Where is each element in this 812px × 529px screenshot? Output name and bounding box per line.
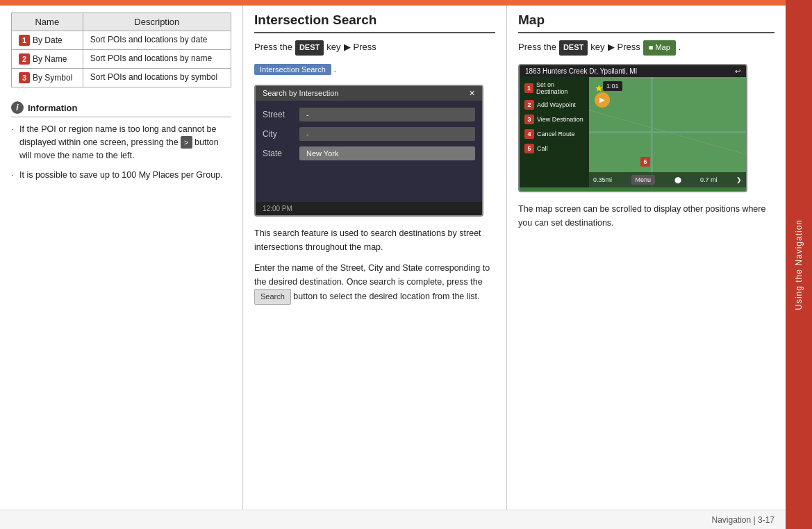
map-dist-text: 0.35mi bbox=[593, 176, 612, 183]
map-speed-icon: ⬤ bbox=[674, 176, 681, 183]
nav-title-bar: Search by Intersection ✕ bbox=[256, 86, 482, 101]
nav-content: Street - City - State New York bbox=[256, 101, 482, 202]
gt-button: > bbox=[181, 136, 192, 149]
map-title: Map bbox=[518, 12, 774, 33]
map-period: . bbox=[679, 40, 681, 55]
main-content: Name Description 1By Date Sort POIs and … bbox=[0, 6, 786, 510]
col-desc-header: Description bbox=[83, 13, 231, 31]
intersection-search-title: Intersection Search bbox=[254, 12, 495, 33]
map-dist-right: 0.7 mi bbox=[700, 176, 718, 183]
info-item-2: It is possible to save up to 100 My Plac… bbox=[11, 169, 231, 182]
map-menu-item-4: 4 Cancel Route bbox=[522, 128, 586, 140]
key-word: key bbox=[326, 40, 340, 55]
map-roads-svg bbox=[589, 77, 746, 187]
map-item-1-label: Set on Destination bbox=[536, 81, 584, 95]
map-bottom-controls: 0.35mi Menu ⬤ 0.7 mi ❯ bbox=[589, 172, 746, 187]
map-item-4-label: Cancel Route bbox=[537, 131, 575, 137]
map-num-5: 5 bbox=[524, 144, 534, 153]
map-menu-panel: 1 Set on Destination 2 Add Waypoint 3 Vi… bbox=[520, 77, 589, 187]
map-arrow-symbol: ▶ bbox=[608, 40, 615, 55]
press-text-2: Press bbox=[354, 40, 376, 55]
map-num-1: 1 bbox=[524, 83, 533, 93]
search-badge: Search bbox=[254, 289, 291, 305]
table-row: 2By Name Sort POIs and locations by name bbox=[12, 50, 231, 69]
map-num-2: 2 bbox=[524, 100, 534, 110]
nav-screen-inner: Search by Intersection ✕ Street - City -… bbox=[256, 86, 482, 215]
city-value: - bbox=[299, 127, 475, 141]
row-2-desc: Sort POIs and locations by name bbox=[83, 50, 231, 69]
badge-6: 6 bbox=[640, 157, 650, 167]
map-menu-item-5: 5 Call bbox=[522, 142, 586, 155]
map-menu-item-3: 3 View Destination bbox=[522, 113, 586, 126]
right-sidebar: Using the Navigation bbox=[786, 0, 812, 529]
row-2-name: 2By Name bbox=[12, 50, 83, 69]
map-press-text-2: Press bbox=[618, 40, 640, 55]
row-1-name: 1By Date bbox=[12, 31, 83, 50]
state-label: State bbox=[263, 149, 294, 158]
badge-1: 1 bbox=[19, 35, 30, 46]
dest-key-badge: DEST bbox=[295, 40, 324, 56]
page-number: Navigation | 3-17 bbox=[711, 515, 774, 525]
state-value: New York bbox=[299, 146, 475, 160]
map-address-text: 1863 Hunters Creek Dr, Ypsilanti, MI bbox=[525, 67, 637, 75]
map-press-instruction: Press the DEST key ▶ Press ■ Map . bbox=[518, 40, 774, 56]
col-name-header: Name bbox=[12, 13, 83, 31]
map-item-5-label: Call bbox=[537, 145, 548, 152]
info-list: If the POI or region name is too long an… bbox=[11, 123, 231, 182]
street-field: Street - bbox=[263, 108, 475, 121]
info-icon: i bbox=[11, 101, 24, 114]
map-screen: 1863 Hunters Creek Dr, Ypsilanti, MI ↩ 1… bbox=[518, 64, 747, 192]
row-1-desc: Sort POIs and locations by date bbox=[83, 31, 231, 50]
desc-text-2: Enter the name of the Street, City and S… bbox=[254, 261, 495, 305]
arrow-symbol: ▶ bbox=[344, 40, 351, 55]
row-3-desc: Sort POIs and locations by symbol bbox=[83, 69, 231, 87]
middle-column: Intersection Search Press the DEST key ▶… bbox=[243, 6, 507, 510]
map-item-2-label: Add Waypoint bbox=[537, 101, 576, 108]
map-top-bar: 1863 Hunters Creek Dr, Ypsilanti, MI ↩ bbox=[520, 65, 746, 77]
map-menu-button: Menu bbox=[631, 175, 656, 185]
nav-title-text: Search by Intersection bbox=[263, 89, 338, 97]
period: . bbox=[333, 64, 336, 74]
sort-table: Name Description 1By Date Sort POIs and … bbox=[11, 12, 231, 87]
map-desc-text: The map screen can be scrolled to displa… bbox=[518, 202, 774, 230]
map-dest-key-badge: DEST bbox=[559, 40, 588, 56]
right-column: Map Press the DEST key ▶ Press ■ Map . 1… bbox=[507, 6, 786, 510]
top-accent-bar bbox=[0, 0, 812, 6]
left-column: Name Description 1By Date Sort POIs and … bbox=[0, 6, 243, 510]
map-press-text-1: Press the bbox=[518, 40, 556, 55]
street-value: - bbox=[299, 108, 475, 121]
nav-time: 12:00 PM bbox=[263, 205, 292, 212]
badge-2: 2 bbox=[19, 53, 30, 65]
press-text-1: Press the bbox=[254, 40, 292, 55]
info-title: i Information bbox=[11, 101, 231, 117]
map-right-arrow-icon: ❯ bbox=[736, 176, 742, 183]
map-num-3: 3 bbox=[524, 115, 534, 124]
map-menu-item-1: 1 Set on Destination bbox=[522, 80, 586, 96]
city-field: City - bbox=[263, 127, 475, 141]
row-3-name: 3By Symbol bbox=[12, 69, 83, 87]
map-back-icon: ↩ bbox=[735, 67, 740, 75]
map-visual-area: ★ 1:01 ▶ 6 0.35mi Menu ⬤ 0.7 mi bbox=[589, 77, 746, 187]
sidebar-label: Using the Navigation bbox=[794, 219, 804, 310]
map-menu-item-2: 2 Add Waypoint bbox=[522, 99, 586, 111]
nav-bottom-bar: 12:00 PM bbox=[256, 202, 482, 215]
table-row: 1By Date Sort POIs and locations by date bbox=[12, 31, 231, 50]
city-label: City bbox=[263, 129, 294, 139]
street-label: Street bbox=[263, 110, 294, 119]
intersection-search-screen: Search by Intersection ✕ Street - City -… bbox=[254, 85, 483, 217]
info-title-text: Information bbox=[28, 103, 78, 113]
intersection-search-badge: Intersection Search bbox=[254, 64, 331, 75]
information-box: i Information If the POI or region name … bbox=[11, 101, 231, 182]
map-badge: ■ Map bbox=[643, 40, 676, 56]
nav-close-icon: ✕ bbox=[469, 89, 475, 98]
press-instruction-line: Press the DEST key ▶ Press bbox=[254, 40, 495, 56]
bottom-bar: Navigation | 3-17 bbox=[0, 510, 786, 529]
desc-text-1: This search feature is used to search de… bbox=[254, 226, 495, 254]
table-row: 3By Symbol Sort POIs and locations by sy… bbox=[12, 69, 231, 87]
map-body: 1 Set on Destination 2 Add Waypoint 3 Vi… bbox=[520, 77, 746, 187]
info-item-1: If the POI or region name is too long an… bbox=[11, 123, 231, 162]
state-field: State New York bbox=[263, 146, 475, 160]
map-num-4: 4 bbox=[524, 129, 534, 139]
map-item-3-label: View Destination bbox=[537, 116, 583, 123]
map-key-word: key bbox=[590, 40, 604, 55]
